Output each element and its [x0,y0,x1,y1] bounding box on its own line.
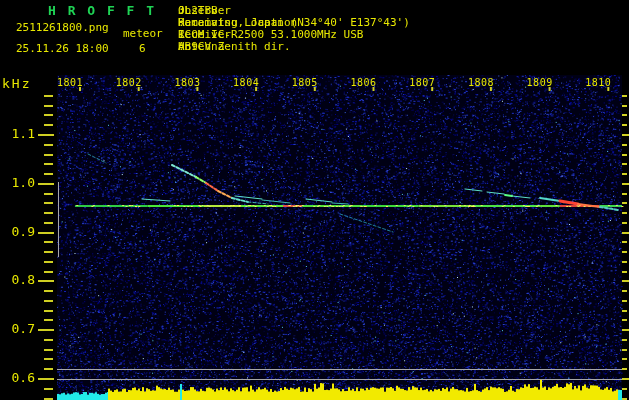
x-tick-label: 1801 [57,77,83,88]
x-tick-label: 1802 [116,77,142,88]
x-tick-label: 1805 [292,77,318,88]
field-colon: : [178,41,190,53]
app-title: H R O F F T [48,3,156,18]
y-tick-label: 0.7 [0,322,35,336]
y-tick-label: 0.6 [0,371,35,385]
datetime-label: 25.11.26 18:00 [16,42,109,55]
x-tick-label: 1803 [174,77,200,88]
y-tick-label: 1.1 [0,127,35,141]
station-info-row: Receiver:ICOM IC-R2500 53.1000MHz USB [178,29,628,41]
x-tick-label: 1809 [527,77,553,88]
station-info-row: Receiving Location:Hamamatsu, Japan (N34… [178,17,628,29]
y-tick-label: 1.0 [0,176,35,190]
spectrogram-canvas [0,0,629,400]
y-axis-unit: kHz [2,76,31,91]
station-info: Observer:JL2TBBReceiving Location:Hamama… [178,5,628,53]
mode-label: meteor [123,27,163,40]
meteor-count: 6 [139,42,146,55]
x-tick-label: 1804 [233,77,259,88]
capture-filename: 2511261800.png [16,21,109,34]
y-tick-label: 0.8 [0,273,35,287]
station-info-row: Antenna:HB9CV Zenith dir. [178,41,628,53]
hrofft-screen: H R O F F T 2511261800.png meteor 25.11.… [0,0,629,400]
station-field-label: Antenna [178,41,296,53]
y-tick-label: 0.9 [0,225,35,239]
x-tick-label: 1808 [468,77,494,88]
x-tick-label: 1807 [409,77,435,88]
x-tick-label: 1806 [351,77,377,88]
x-tick-label: 1810 [585,77,611,88]
